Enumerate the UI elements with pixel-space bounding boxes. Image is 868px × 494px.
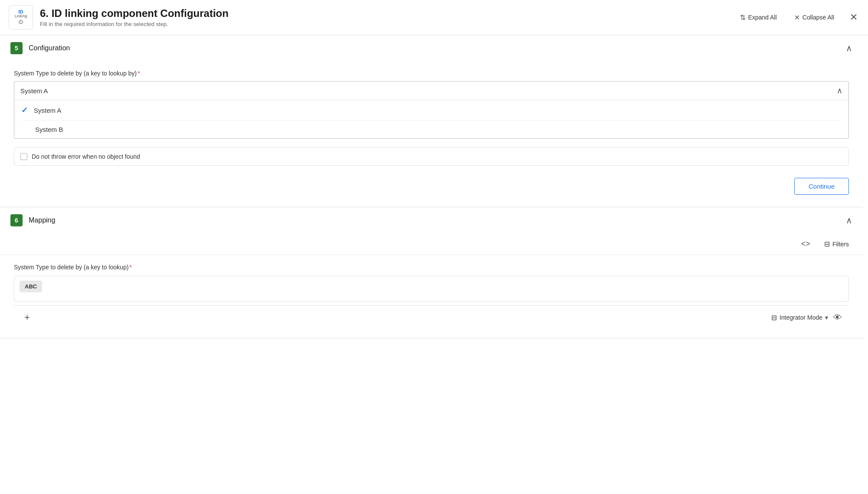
collapse-all-label: Collapse All — [802, 14, 834, 21]
abc-chip[interactable]: ABC — [20, 281, 42, 292]
configuration-badge: 5 — [10, 42, 23, 54]
system-type-dropdown[interactable]: System A ∧ ✓ System A System B — [14, 81, 849, 139]
footer-right: ⊟ Integrator Mode ▾ 👁 — [771, 313, 842, 323]
logo-icon: ⊙ — [18, 18, 23, 25]
filters-button[interactable]: ⊟ Filters — [821, 238, 852, 250]
continue-row: Continue — [14, 178, 849, 195]
configuration-body: System Type to delete by (a key to looku… — [0, 61, 863, 207]
mapping-section: 6 Mapping ∧ <> ⊟ Filters System Type to … — [0, 207, 863, 338]
system-type-field-label: System Type to delete by (a key to looku… — [14, 70, 849, 77]
mapping-section-header[interactable]: 6 Mapping ∧ — [0, 207, 863, 233]
no-error-checkbox-label: Do not throw error when no object found — [32, 153, 140, 160]
main-content: 5 Configuration ∧ System Type to delete … — [0, 35, 868, 338]
logo-linking-text: Linking — [15, 14, 27, 18]
expand-all-button[interactable]: ⇅ Expand All — [736, 12, 780, 23]
add-mapping-button[interactable]: + — [21, 311, 33, 324]
code-toggle-icon: <> — [801, 239, 810, 249]
integrator-mode-label: Integrator Mode — [779, 314, 822, 321]
integrator-mode-caret-icon: ▾ — [825, 314, 828, 321]
header-actions: ⇅ Expand All ✕ Collapse All ✕ — [736, 10, 859, 25]
dropdown-selected-text: System A — [20, 87, 48, 95]
expand-icon: ⇅ — [740, 13, 746, 22]
mapping-footer: + ⊟ Integrator Mode ▾ 👁 — [14, 305, 849, 329]
option-system-a-label: System A — [34, 107, 61, 114]
continue-button[interactable]: Continue — [794, 178, 849, 195]
configuration-collapse-icon: ∧ — [846, 43, 852, 53]
dropdown-arrow-up-icon: ∧ — [837, 86, 842, 95]
mapping-collapse-icon: ∧ — [846, 215, 852, 226]
configuration-section: 5 Configuration ∧ System Type to delete … — [0, 35, 863, 207]
mapping-title: Mapping — [29, 216, 846, 224]
collapse-icon: ✕ — [794, 13, 800, 22]
logo: ID Linking ⊙ — [9, 5, 33, 29]
mapping-field-label: System Type to delete by (a key to looku… — [14, 264, 849, 271]
no-error-checkbox-row[interactable]: Do not throw error when no object found — [14, 147, 849, 166]
header-title-group: 6. ID linking component Configuration Fi… — [40, 7, 736, 27]
integrator-mode-button[interactable]: ⊟ Integrator Mode ▾ — [771, 314, 828, 322]
page-header: ID Linking ⊙ 6. ID linking component Con… — [0, 0, 868, 35]
dropdown-options: ✓ System A System B — [14, 100, 848, 138]
eye-icon: 👁 — [833, 313, 842, 323]
integrator-icon: ⊟ — [771, 314, 777, 322]
no-error-checkbox[interactable] — [20, 153, 27, 160]
code-toggle-button[interactable]: <> — [798, 238, 814, 250]
filters-icon: ⊟ — [824, 240, 830, 248]
filters-label: Filters — [832, 241, 849, 248]
dropdown-option-system-a[interactable]: ✓ System A — [14, 100, 848, 120]
mapping-input-area[interactable]: ABC — [14, 276, 849, 302]
check-icon: ✓ — [21, 105, 28, 115]
mapping-badge: 6 — [10, 214, 23, 226]
dropdown-option-system-b[interactable]: System B — [14, 121, 848, 138]
mapping-toolbar: <> ⊟ Filters — [0, 233, 863, 255]
expand-all-label: Expand All — [748, 14, 777, 21]
mapping-body: System Type to delete by (a key to looku… — [0, 255, 863, 338]
page-subtitle: Fill in the required information for the… — [40, 21, 736, 27]
required-star: * — [138, 70, 140, 77]
preview-button[interactable]: 👁 — [833, 313, 842, 323]
page-title: 6. ID linking component Configuration — [40, 7, 736, 20]
configuration-title: Configuration — [29, 44, 846, 52]
collapse-all-button[interactable]: ✕ Collapse All — [791, 12, 838, 23]
close-icon: ✕ — [850, 12, 858, 23]
close-button[interactable]: ✕ — [848, 10, 859, 25]
configuration-section-header[interactable]: 5 Configuration ∧ — [0, 35, 863, 61]
mapping-required-star: * — [129, 264, 132, 271]
option-system-b-label: System B — [35, 126, 63, 133]
dropdown-selected-value[interactable]: System A ∧ — [14, 82, 848, 100]
